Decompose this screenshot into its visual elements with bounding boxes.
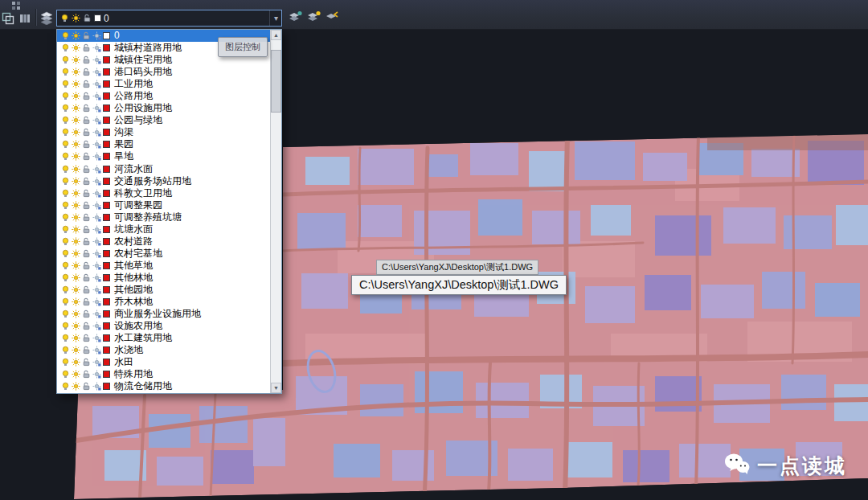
layer-color-swatch[interactable] (103, 346, 110, 354)
layer-on-icon[interactable] (61, 68, 70, 76)
layer-row[interactable]: 工业用地 (57, 78, 270, 90)
layer-vp-freeze-icon[interactable] (92, 261, 101, 270)
layer-row[interactable]: 其他园地 (57, 284, 270, 296)
layer-row[interactable]: 特殊用地 (57, 368, 270, 380)
layer-properties-icon[interactable] (39, 10, 54, 25)
layer-color-swatch[interactable] (103, 334, 110, 342)
layer-row[interactable]: 果园 (57, 138, 270, 150)
layer-lock-icon[interactable] (82, 249, 91, 258)
layer-color-swatch[interactable] (103, 153, 110, 160)
layer-freeze-icon[interactable] (72, 189, 80, 198)
layer-row[interactable]: 科教文卫用地 (57, 187, 270, 199)
layer-vp-freeze-icon[interactable] (92, 309, 101, 318)
layer-color-swatch[interactable] (103, 371, 110, 378)
layer-row[interactable]: 公园与绿地 (57, 114, 270, 126)
layer-freeze-icon[interactable] (72, 31, 80, 40)
layer-vp-freeze-icon[interactable] (92, 213, 101, 222)
layer-lock-icon[interactable] (82, 31, 91, 40)
layer-row[interactable]: 物流仓储用地 (57, 380, 270, 392)
layer-on-icon[interactable] (61, 116, 70, 125)
layer-color-swatch[interactable] (103, 32, 110, 39)
layer-vp-freeze-icon[interactable] (92, 152, 101, 161)
layer-on-icon[interactable] (61, 31, 70, 40)
layer-control-combo[interactable]: 0 ▾ (56, 10, 282, 27)
layer-lock-icon[interactable] (82, 80, 91, 88)
layer-vp-freeze-icon[interactable] (92, 116, 101, 125)
layer-row[interactable]: 其他林地 (57, 272, 270, 284)
layer-vp-freeze-icon[interactable] (92, 92, 101, 100)
layer-lock-icon[interactable] (82, 237, 91, 246)
layer-color-swatch[interactable] (103, 129, 110, 136)
layer-freeze-icon[interactable] (72, 261, 80, 270)
layer-row[interactable]: 商业服务业设施用地 (57, 308, 270, 320)
layer-lock-icon[interactable] (82, 140, 91, 149)
layer-freeze-icon[interactable] (72, 177, 80, 186)
layer-row[interactable]: 设施农用地 (57, 320, 270, 332)
layer-freeze-icon[interactable] (72, 382, 80, 391)
layer-color-swatch[interactable] (103, 359, 110, 366)
layer-lock-icon[interactable] (82, 189, 91, 198)
layer-vp-freeze-icon[interactable] (92, 334, 101, 342)
layer-lock-icon[interactable] (82, 285, 91, 294)
layer-color-swatch[interactable] (103, 310, 110, 318)
layer-vp-freeze-icon[interactable] (92, 370, 101, 379)
layer-vp-freeze-icon[interactable] (92, 177, 101, 186)
layer-freeze-icon[interactable] (72, 80, 80, 88)
layer-freeze-icon[interactable] (72, 358, 80, 367)
layer-freeze-icon[interactable] (72, 237, 80, 246)
layer-vp-freeze-icon[interactable] (92, 128, 101, 137)
layer-vp-freeze-icon[interactable] (92, 382, 101, 391)
layer-lock-icon[interactable] (82, 261, 91, 270)
layer-lock-icon[interactable] (82, 201, 91, 210)
layer-on-icon[interactable] (61, 201, 70, 210)
layer-lock-icon[interactable] (82, 43, 91, 52)
layer-on-icon[interactable] (61, 249, 70, 258)
layer-color-swatch[interactable] (103, 202, 110, 209)
layer-freeze-icon[interactable] (72, 92, 80, 100)
layer-on-icon[interactable] (61, 237, 70, 246)
layer-color-swatch[interactable] (103, 298, 110, 305)
layer-row[interactable]: 其他草地 (57, 260, 270, 272)
columns-icon[interactable] (18, 12, 31, 25)
layer-lock-icon[interactable] (82, 104, 91, 113)
scroll-up-button[interactable]: ▲ (271, 30, 281, 40)
layer-on-icon[interactable] (61, 128, 70, 137)
layer-on-icon[interactable] (61, 213, 70, 222)
layer-lock-icon[interactable] (82, 309, 91, 318)
layer-color-swatch[interactable] (103, 80, 110, 88)
app-grid-icon[interactable] (11, 1, 21, 10)
layer-lock-icon[interactable] (82, 92, 91, 100)
layer-lock-icon[interactable] (82, 55, 91, 64)
layer-on-icon[interactable] (61, 273, 70, 282)
layer-color-swatch[interactable] (103, 286, 110, 293)
layer-row[interactable]: 农村宅基地 (57, 248, 270, 260)
layer-on-icon[interactable] (61, 309, 70, 318)
layer-row[interactable]: 河流水面 (57, 163, 270, 175)
layer-color-swatch[interactable] (103, 105, 110, 112)
layer-freeze-icon[interactable] (72, 104, 80, 113)
layer-on-icon[interactable] (61, 165, 70, 174)
layer-row[interactable]: 坑塘水面 (57, 223, 270, 236)
layer-on-icon[interactable] (61, 358, 70, 367)
layer-freeze-icon[interactable] (72, 116, 80, 125)
layer-on-icon[interactable] (61, 322, 70, 330)
layer-freeze-icon[interactable] (72, 55, 80, 64)
layer-freeze-icon[interactable] (72, 370, 80, 379)
layer-on-icon[interactable] (61, 370, 70, 379)
layer-row[interactable]: 可调整果园 (57, 199, 270, 211)
layer-freeze-icon[interactable] (72, 43, 80, 52)
layer-color-swatch[interactable] (103, 322, 110, 330)
layer-freeze-icon[interactable] (72, 297, 80, 306)
layer-on-icon[interactable] (61, 382, 70, 391)
layer-on-icon[interactable] (61, 104, 70, 113)
layer-lock-icon[interactable] (82, 358, 91, 367)
layer-vp-freeze-icon[interactable] (92, 225, 101, 234)
layer-freeze-icon[interactable] (72, 225, 80, 234)
layer-lock-icon[interactable] (82, 382, 91, 391)
layer-row[interactable]: 旱地 (57, 150, 270, 162)
layer-row[interactable]: 乔木林地 (57, 296, 270, 308)
layer-color-swatch[interactable] (103, 117, 110, 124)
layer-on-icon[interactable] (61, 152, 70, 161)
layer-row[interactable]: 公路用地 (57, 90, 270, 102)
layer-on-icon[interactable] (61, 261, 70, 270)
